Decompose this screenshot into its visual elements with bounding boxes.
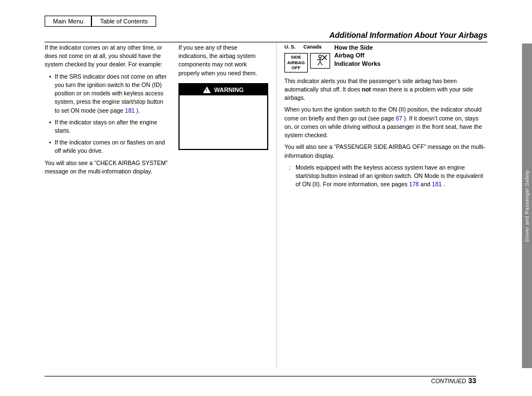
right-para3: You will also see a “PASSENGER SIDE AIRB… bbox=[284, 143, 487, 160]
right-para1: This indicator alerts you that the passe… bbox=[284, 77, 487, 103]
link-181-left[interactable]: 181 bbox=[125, 107, 135, 114]
us-box-line2: AIRBAG bbox=[287, 60, 305, 66]
middle-column: If you see any of these indications, the… bbox=[178, 44, 276, 368]
bullet-item-3: If the indicator comes on or flashes on … bbox=[49, 138, 170, 155]
bullet-item-1: If the SRS indicator does not come on af… bbox=[49, 73, 170, 115]
link-67[interactable]: 67 bbox=[396, 115, 403, 122]
warning-triangle-icon: ! bbox=[203, 86, 211, 93]
canada-airbag-icon bbox=[312, 54, 328, 67]
content-area: If the indicator comes on at any other t… bbox=[45, 44, 487, 368]
page-title-area: Additional Information About Your Airbag… bbox=[45, 31, 487, 42]
warning-label: WARNING bbox=[214, 86, 244, 93]
indicator-title-line2: Airbag Off bbox=[335, 51, 381, 59]
colon-section: Models equipped with the keyless access … bbox=[284, 163, 487, 189]
right-column: U. S. Canada SIDE AIRBAG OFF bbox=[276, 44, 487, 368]
svg-line-4 bbox=[320, 62, 322, 65]
middle-intro-text: If you see any of these indications, the… bbox=[178, 44, 268, 78]
indicator-box-canada bbox=[310, 53, 330, 69]
indicator-boxes: U. S. Canada SIDE AIRBAG OFF bbox=[284, 44, 330, 73]
indicator-icon-row: SIDE AIRBAG OFF bbox=[284, 53, 330, 73]
not-word: not bbox=[362, 86, 371, 93]
continued-text: CONTINUED bbox=[431, 378, 466, 384]
warning-header: ! WARNING bbox=[180, 84, 267, 95]
bullet-list: If the SRS indicator does not come on af… bbox=[45, 73, 170, 156]
indicator-title-line3: Indicator Works bbox=[335, 60, 381, 67]
table-of-contents-button[interactable]: Table of Contents bbox=[91, 16, 156, 27]
indicator-header: U. S. Canada SIDE AIRBAG OFF bbox=[284, 44, 487, 73]
indicator-title: How the Side Airbag Off Indicator Works bbox=[335, 44, 381, 67]
right-para2: When you turn the ignition switch to the… bbox=[284, 105, 487, 139]
divider-line bbox=[45, 376, 476, 376]
top-nav: Main Menu Table of Contents bbox=[45, 16, 156, 27]
svg-point-0 bbox=[318, 55, 321, 58]
right-sidebar-tab: Driver and Passenger Safety bbox=[522, 44, 532, 368]
svg-line-3 bbox=[318, 62, 320, 65]
warning-box: ! WARNING bbox=[178, 83, 268, 150]
us-label: U. S. bbox=[284, 44, 296, 51]
link-181-right[interactable]: 181 bbox=[432, 181, 442, 187]
main-menu-button[interactable]: Main Menu bbox=[45, 16, 91, 27]
link-178[interactable]: 178 bbox=[409, 181, 419, 187]
left-column: If the indicator comes on at any other t… bbox=[45, 44, 178, 368]
indicator-title-line1: How the Side bbox=[335, 44, 381, 51]
indicator-label-row: U. S. Canada bbox=[284, 44, 330, 51]
footer-area: CONTINUED33 bbox=[431, 376, 476, 385]
sidebar-tab-text: Driver and Passenger Safety bbox=[524, 170, 530, 242]
page-title: Additional Information About Your Airbag… bbox=[329, 31, 487, 40]
indicator-box-us: SIDE AIRBAG OFF bbox=[284, 53, 308, 73]
left-intro-text: If the indicator comes on at any other t… bbox=[45, 44, 170, 69]
page-container: Main Menu Table of Contents Additional I… bbox=[0, 0, 532, 396]
page-number: 33 bbox=[468, 376, 476, 385]
us-box-line1: SIDE bbox=[287, 55, 305, 60]
left-footer-text: You will also see a “CHECK AIRBAG SYSTEM… bbox=[45, 159, 170, 176]
canada-label: Canada bbox=[303, 44, 322, 51]
us-box-line3: OFF bbox=[287, 65, 305, 71]
bullet-item-2: If the indicator stays on after the engi… bbox=[49, 118, 170, 135]
